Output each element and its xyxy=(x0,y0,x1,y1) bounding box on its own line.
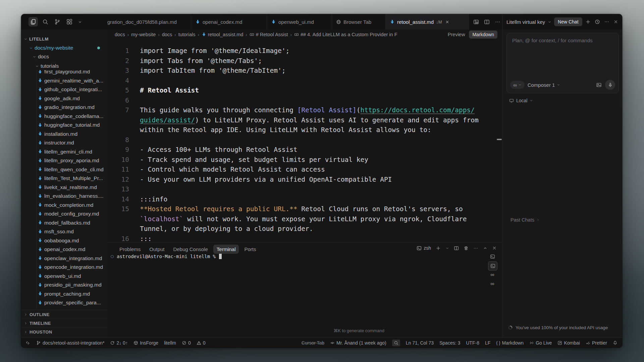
code-editor[interactable]: 1import Image from '@theme/IdealImage';2… xyxy=(107,40,502,242)
tab-openai-codex-md[interactable]: openai_codex.md xyxy=(191,14,267,29)
sidebar-item-mock-completion-md[interactable]: mock_completion.md xyxy=(21,201,107,209)
close-panel-button[interactable] xyxy=(613,19,618,24)
composer-selector[interactable]: Composer 1 xyxy=(528,82,560,88)
sidebar-item-livekit-xai-realtime-md[interactable]: livekit_xai_realtime.md xyxy=(21,183,107,191)
breadcrumb-item[interactable]: my-website xyxy=(131,32,156,37)
preview-button[interactable]: Preview xyxy=(448,32,465,37)
more-actions-button[interactable] xyxy=(604,19,609,24)
status-lf[interactable]: LF xyxy=(485,340,490,346)
terminal-prompt-line[interactable]: astrodevil@Astro-Mac-mini litellm % xyxy=(111,254,222,259)
status-markdown[interactable]: { }Markdown xyxy=(496,340,524,346)
sidebar-folder-docs[interactable]: docs xyxy=(21,53,107,61)
sidebar-item-oobabooga-md[interactable]: oobabooga.md xyxy=(21,237,107,245)
sidebar-section-timeline[interactable]: TIMELINE xyxy=(21,318,107,327)
panel-tab-ports[interactable]: Ports xyxy=(241,245,259,254)
breadcrumb-item[interactable]: ab# Retool Assist xyxy=(250,32,288,37)
status-cursor-tab[interactable]: Cursor Tab xyxy=(302,340,324,346)
close-icon[interactable] xyxy=(445,20,449,24)
history-button[interactable] xyxy=(595,19,600,24)
sidebar-item-litellm-qwen-code-cli-md[interactable]: litellm_qwen_code_cli.md xyxy=(21,166,107,174)
past-chats-link[interactable]: Past Chats xyxy=(511,217,540,223)
kill-terminal-button[interactable] xyxy=(464,246,469,251)
sidebar-item-model-config-proxy-md[interactable]: model_config_proxy.md xyxy=(21,210,107,218)
status-litellm[interactable]: litellm xyxy=(164,340,176,346)
markdown-mode-button[interactable]: Markdown xyxy=(469,31,497,39)
activity-source-control-button[interactable] xyxy=(53,17,62,26)
status-insforge[interactable]: InsForge xyxy=(133,340,158,346)
status-kombai[interactable]: Kombai xyxy=(557,340,580,346)
more-button[interactable] xyxy=(495,19,500,25)
sidebar-item-lm-evaluation-harness-[interactable]: lm_evaluation_harness.... xyxy=(21,192,107,200)
sidebar-item-gemini-realtime-with-a-[interactable]: gemini_realtime_with_a... xyxy=(21,77,107,85)
strip-terminal-button[interactable] xyxy=(488,252,497,261)
sidebar-item-huggingface-tutorial-md[interactable]: huggingface_tutorial.md xyxy=(21,121,107,129)
sidebar-item-presidio-pii-masking-md[interactable]: presidio_pii_masking.md xyxy=(21,281,107,289)
chat-input-box[interactable]: Plan, @ for context, / for commands ∞ Co… xyxy=(506,33,619,93)
panel-tab-output[interactable]: Output xyxy=(146,245,168,254)
tab-browser-tab[interactable]: Browser Tab xyxy=(332,14,386,29)
open-preview-button[interactable] xyxy=(473,19,479,25)
sidebar-item-openweb-ui-md[interactable]: openweb_ui.md xyxy=(21,272,107,280)
sidebar-folder-docs-my-website[interactable]: docs/my-website xyxy=(21,44,107,52)
sidebar-item-installation-md[interactable]: installation.md xyxy=(21,130,107,138)
new-terminal-button[interactable] xyxy=(436,246,441,251)
status-bell[interactable] xyxy=(613,341,618,345)
status-0[interactable]: 0 xyxy=(182,340,191,346)
activity-extensions-button[interactable] xyxy=(65,17,74,26)
mic-button[interactable] xyxy=(605,80,615,90)
status-2-0-[interactable]: 2↓ 0↑ xyxy=(110,340,127,346)
status-docs-retool-assist-integration-[interactable]: docs/retool-assist-integration* xyxy=(36,340,104,346)
panel-tab-problems[interactable]: Problems xyxy=(116,245,144,254)
sidebar-section-outline[interactable]: OUTLINE xyxy=(21,310,107,319)
status-mr-nand-1-week-ago-[interactable]: Mr. Ånand (1 week ago) xyxy=(330,340,386,346)
strip-infinity-button[interactable]: ∞ xyxy=(488,270,497,279)
breadcrumb-item[interactable]: retool_assist.md xyxy=(202,32,244,37)
terminal-dropdown-button[interactable] xyxy=(445,246,449,250)
strip-infinity-button[interactable]: ∞ xyxy=(488,280,497,288)
sidebar-item-opencode-integration-md[interactable]: opencode_integration.md xyxy=(21,263,107,271)
activity-files-button[interactable] xyxy=(29,17,38,26)
activity-chevron-down-button[interactable] xyxy=(77,17,83,26)
sidebar-item-gradio-integration-md[interactable]: gradio_integration.md xyxy=(21,103,107,111)
sidebar-item-litellm-gemini-cli-md[interactable]: litellm_gemini_cli.md xyxy=(21,148,107,156)
shell-selector[interactable]: zsh xyxy=(417,245,431,251)
status-0[interactable]: 0 xyxy=(197,340,206,346)
tab-openweb-ui-md[interactable]: openweb_ui.md xyxy=(267,14,332,29)
status-prettier[interactable]: Prettier xyxy=(586,340,607,346)
sidebar-item-prompt-caching-md[interactable]: prompt_caching.md xyxy=(21,290,107,298)
sidebar-folder-tutorials[interactable]: tutorials xyxy=(21,62,107,70)
panel-tab-terminal[interactable]: Terminal xyxy=(213,245,239,254)
image-icon[interactable] xyxy=(596,82,602,88)
activity-search-button[interactable] xyxy=(41,17,50,26)
breadcrumb-item[interactable]: tutorials xyxy=(178,32,196,37)
split-terminal-button[interactable] xyxy=(454,246,459,251)
maximize-panel-button[interactable] xyxy=(483,246,487,250)
split-editor-button[interactable] xyxy=(484,19,490,25)
sidebar-item-google-adk-md[interactable]: google_adk.md xyxy=(21,95,107,103)
sidebar-item-openai-codex-md[interactable]: openai_codex.md xyxy=(21,245,107,253)
sidebar-item-litellm-Test-Multiple-Pr-[interactable]: litellm_Test_Multiple_Pr... xyxy=(21,174,107,182)
sidebar-item-provider-specific-para-[interactable]: provider_specific_para... xyxy=(21,299,107,307)
context-selector[interactable]: Local xyxy=(509,98,533,103)
status-ln-71-col-73[interactable]: Ln 71, Col 73 xyxy=(406,340,434,346)
status-spaces-3[interactable]: Spaces: 3 xyxy=(439,340,460,346)
sidebar-root-litellm[interactable]: LITELLM xyxy=(21,35,107,43)
tab-gration-doc-d075fd58-plan-md[interactable]: gration_doc_d075fd58.plan.md xyxy=(107,14,191,29)
status-remote[interactable] xyxy=(26,341,31,345)
breadcrumb-item[interactable]: ab## 4. Add LiteLLM as a Custom Provider… xyxy=(294,32,397,37)
sidebar-item-huggingface-codellama-[interactable]: huggingface_codellama... xyxy=(21,112,107,120)
editor-scrollbar-thumb[interactable] xyxy=(497,139,502,140)
status-utf-8[interactable]: UTF-8 xyxy=(466,340,479,346)
breadcrumb-item[interactable]: docs xyxy=(115,32,125,37)
panel-tab-debug-console[interactable]: Debug Console xyxy=(170,245,211,254)
sidebar-item-msft-sso-md[interactable]: msft_sso.md xyxy=(21,228,107,236)
sidebar-item-litellm-proxy-aporia-md[interactable]: litellm_proxy_aporia.md xyxy=(21,157,107,165)
sidebar-item-model-fallbacks-md[interactable]: model_fallbacks.md xyxy=(21,219,107,227)
tab-retool-assist-md[interactable]: retool_assist.md↓M xyxy=(386,14,469,29)
sidebar-item-github-copilot-integrati-[interactable]: github_copilot_integrati... xyxy=(21,85,107,94)
sidebar-item-instructor-md[interactable]: instructor.md xyxy=(21,139,107,147)
sidebar-item-openclaw-integration-md[interactable]: openclaw_integration.md xyxy=(21,254,107,262)
close-panel-button[interactable] xyxy=(492,246,497,250)
agent-mode-pill[interactable]: ∞ xyxy=(510,81,525,89)
status-magnifier[interactable] xyxy=(392,340,400,346)
